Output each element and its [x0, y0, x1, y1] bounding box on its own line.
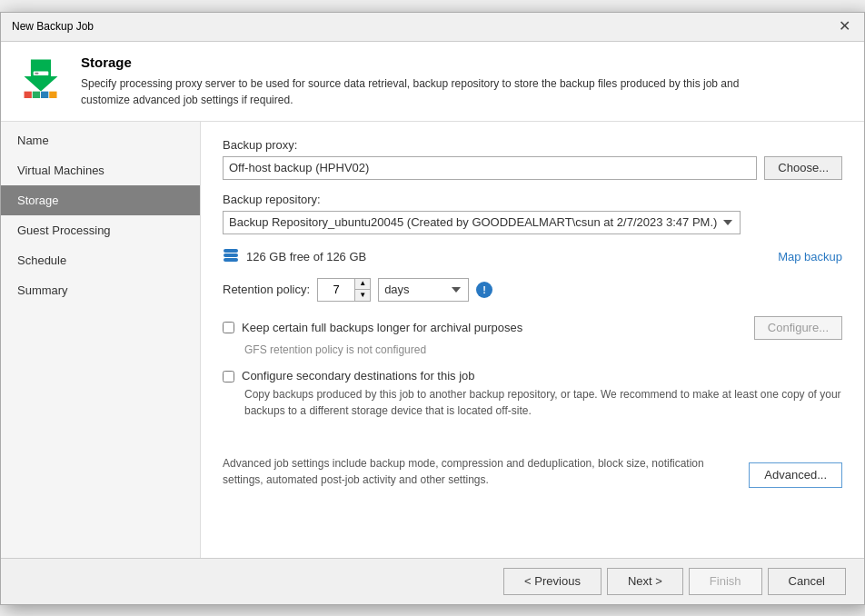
header-section: Storage Specify processing proxy server …: [1, 42, 864, 122]
spinner-buttons: ▲ ▼: [354, 279, 370, 301]
sidebar-item-name[interactable]: Name: [1, 125, 200, 155]
svg-rect-4: [49, 91, 56, 97]
next-button[interactable]: Next >: [607, 568, 683, 595]
archival-label: Keep certain full backups longer for arc…: [242, 321, 522, 334]
backup-proxy-label: Backup proxy:: [223, 138, 842, 152]
sidebar-item-storage[interactable]: Storage: [1, 185, 200, 215]
backup-repository-group: Backup repository: Backup Repository_ubu…: [223, 193, 842, 234]
storage-info-left: 126 GB free of 126 GB: [223, 247, 366, 267]
spinner-up-button[interactable]: ▲: [355, 279, 370, 290]
close-button[interactable]: ✕: [835, 17, 853, 35]
svg-rect-7: [224, 249, 238, 253]
svg-rect-9: [224, 258, 238, 262]
map-backup-link[interactable]: Map backup: [778, 250, 842, 263]
finish-button[interactable]: Finish: [689, 568, 762, 595]
archival-row: Keep certain full backups longer for arc…: [223, 316, 842, 340]
svg-rect-6: [35, 72, 39, 74]
storage-free-text: 126 GB free of 126 GB: [246, 250, 366, 263]
archival-checkbox[interactable]: [223, 322, 234, 333]
database-icon: [223, 247, 239, 267]
backup-repository-select[interactable]: Backup Repository_ubuntu20045 (Created b…: [223, 211, 741, 234]
retention-unit-select[interactable]: daysweeksmonthsyears: [378, 278, 469, 302]
sidebar-item-schedule[interactable]: Schedule: [1, 245, 200, 275]
secondary-dest-label: Configure secondary destinations for thi…: [242, 369, 475, 383]
retention-info-icon[interactable]: !: [476, 282, 492, 298]
archival-checkbox-left: Keep certain full backups longer for arc…: [223, 321, 522, 334]
title-bar: New Backup Job ✕: [1, 13, 864, 42]
secondary-dest-description: Copy backups produced by this job to ano…: [244, 386, 842, 419]
backup-proxy-group: Backup proxy: Choose...: [223, 138, 842, 180]
svg-rect-1: [25, 91, 32, 97]
section-title: Storage: [81, 55, 790, 70]
cancel-button[interactable]: Cancel: [768, 568, 846, 595]
sidebar-item-guest-processing[interactable]: Guest Processing: [1, 215, 200, 245]
retention-label: Retention policy:: [223, 283, 310, 296]
archival-sub-text: GFS retention policy is not configured: [244, 343, 842, 356]
secondary-dest-checkbox[interactable]: [223, 371, 234, 383]
svg-rect-3: [41, 91, 48, 97]
content-area: Backup proxy: Choose... Backup repositor…: [201, 122, 864, 558]
retention-spinner: ▲ ▼: [317, 278, 371, 302]
sidebar: Name Virtual Machines Storage Guest Proc…: [1, 122, 201, 558]
advanced-description: Advanced job settings include backup mod…: [223, 455, 734, 488]
veeam-logo: [19, 55, 66, 102]
footer: < Previous Next > Finish Cancel: [1, 558, 864, 604]
secondary-dest-row: Configure secondary destinations for thi…: [223, 369, 842, 383]
spinner-down-button[interactable]: ▼: [355, 290, 370, 301]
sidebar-item-virtual-machines[interactable]: Virtual Machines: [1, 155, 200, 185]
retention-row: Retention policy: ▲ ▼ daysweeksmonthsyea…: [223, 278, 842, 302]
storage-info: 126 GB free of 126 GB Map backup: [223, 247, 842, 267]
backup-proxy-row: Choose...: [223, 156, 842, 180]
section-description: Specify processing proxy server to be us…: [81, 75, 790, 108]
main-content: Name Virtual Machines Storage Guest Proc…: [1, 122, 864, 558]
sidebar-item-summary[interactable]: Summary: [1, 275, 200, 305]
advanced-section: Advanced job settings include backup mod…: [223, 446, 842, 488]
backup-proxy-input[interactable]: [223, 156, 757, 180]
secondary-dest-section: Configure secondary destinations for thi…: [223, 369, 842, 419]
advanced-button[interactable]: Advanced...: [749, 462, 842, 488]
svg-rect-2: [33, 91, 40, 97]
dialog-title: New Backup Job: [12, 20, 94, 33]
archival-section: Keep certain full backups longer for arc…: [223, 316, 842, 356]
configure-button[interactable]: Configure...: [754, 316, 842, 340]
previous-button[interactable]: < Previous: [503, 568, 602, 595]
choose-proxy-button[interactable]: Choose...: [764, 156, 842, 180]
backup-repository-label: Backup repository:: [223, 193, 842, 206]
svg-rect-8: [224, 253, 238, 257]
dialog: New Backup Job ✕ Storage Specify process…: [0, 12, 865, 605]
retention-value-input[interactable]: [318, 279, 354, 301]
header-text: Storage Specify processing proxy server …: [81, 55, 790, 108]
